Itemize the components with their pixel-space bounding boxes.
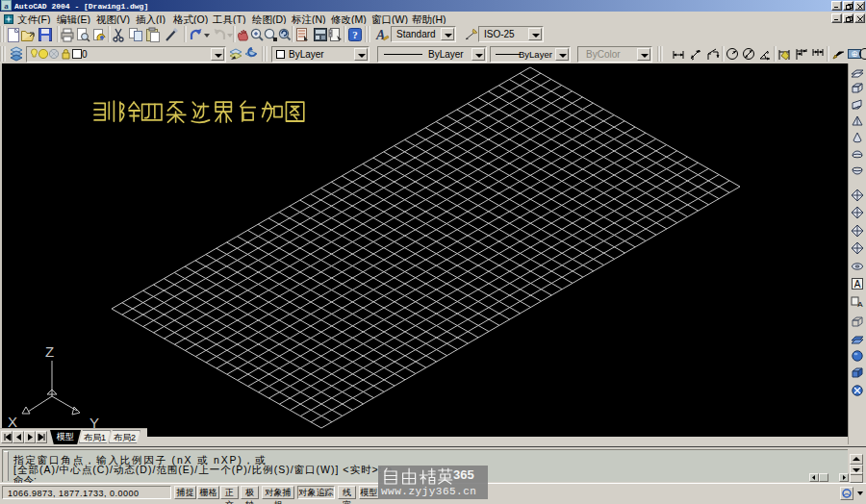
svg-text:⊕: ⊕ [851, 49, 858, 59]
svg-text:Z: Z [45, 343, 54, 360]
svg-text:A: A [857, 300, 863, 309]
svg-text:?: ? [352, 29, 358, 40]
svg-text:A: A [854, 279, 861, 290]
